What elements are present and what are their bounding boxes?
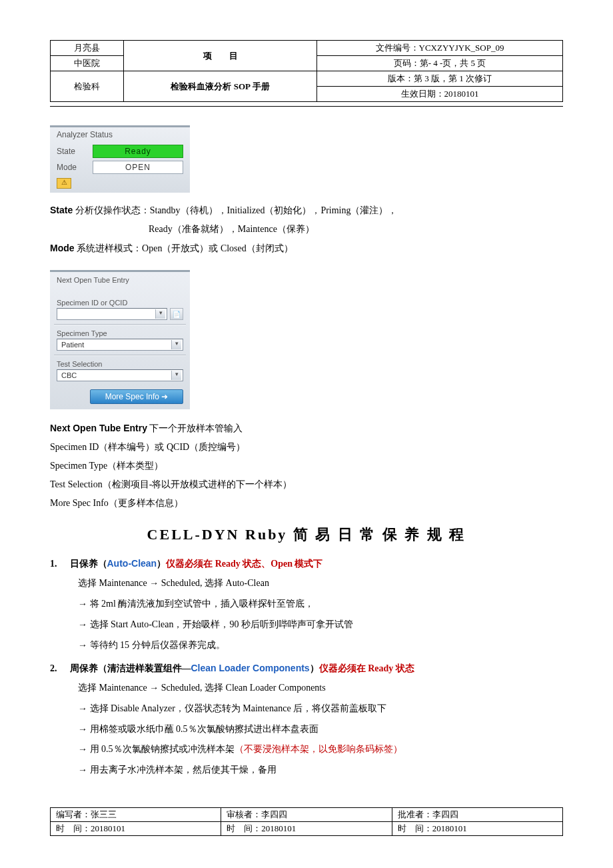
note-rest: 下一个开放样本管输入 (147, 423, 243, 433)
more-spec-info-button[interactable]: More Spec Info ➜ (90, 389, 183, 404)
p2-s1: 选择 Maintenance → Scheduled, 选择 Clean Loa… (78, 678, 563, 699)
org-line2: 中医院 (51, 56, 124, 71)
author-time: 时 间：20180101 (51, 822, 221, 836)
warning-icon[interactable]: ⚠ (57, 178, 71, 189)
author-label: 编写者：张三三 (51, 808, 221, 822)
approver-label: 批准者：李四四 (392, 808, 562, 822)
specimen-type-select[interactable]: Patient (57, 339, 183, 351)
arrow-right-icon: ➜ (161, 392, 168, 401)
specimen-id-input[interactable] (57, 308, 167, 320)
doc-footer-table: 编写者：张三三 审核者：李四四 批准者：李四四 时 间：20180101 时 间… (50, 807, 563, 836)
procedure-item-2: 周保养（清洁进样装置组件—Clean Loader Components）仪器必… (50, 659, 563, 781)
effective-date: 生效日期：20180101 (317, 87, 563, 102)
procedure-list: 日保养（Auto-Clean）仪器必须在 Ready 状态、Open 模式下 选… (50, 554, 563, 781)
analyzer-status-title: Analyzer Status (50, 127, 190, 143)
mode-row: Mode OPEN (50, 159, 190, 175)
mode-label: Mode (57, 163, 86, 172)
state-label: State (57, 147, 86, 156)
p1-s3: → 选择 Start Auto-Clean，开始吸样，90 秒后听到哔哔声可拿开… (78, 615, 563, 635)
manual-title: 检验科血液分析 SOP 手册 (124, 71, 317, 102)
note-l2: Specimen ID（样本编号）或 QCID（质控编号） (50, 438, 563, 457)
note-l5: More Spec Info（更多样本信息） (50, 494, 563, 513)
lookup-icon[interactable]: 📄 (170, 308, 183, 320)
department: 检验科 (51, 71, 124, 102)
panel2-description: Next Open Tube Entry 下一个开放样本管输入 Specimen… (50, 419, 563, 513)
main-title: CELL-DYN Ruby 简 易 日 常 保 养 规 程 (50, 525, 563, 545)
state-desc-line2: Ready（准备就绪），Maintence（保养） (50, 220, 563, 239)
analyzer-status-panel: Analyzer Status State Ready Mode OPEN ⚠ (50, 125, 190, 193)
state-desc-line1-v: 分析仪操作状态：Standby（待机），Initialized（初始化），Pri… (75, 205, 398, 215)
procedure-item-1: 日保养（Auto-Clean）仪器必须在 Ready 状态、Open 模式下 选… (50, 554, 563, 656)
reviewer-time: 时 间：20180101 (221, 822, 392, 836)
state-value: Ready (93, 145, 183, 158)
doc-number: 文件编号：YCXZYYJYK_SOP_09 (317, 41, 563, 56)
specimen-type-label: Specimen Type (50, 325, 190, 339)
p2-s2: → 选择 Disable Analyzer，仪器状态转为 Maintenance… (78, 699, 563, 719)
state-description: State State 分析仪操作状态：Standby（待机），Initiali… (50, 201, 563, 258)
test-selection-select[interactable]: CBC (57, 369, 183, 381)
mode-value: OPEN (93, 161, 183, 174)
note-l3: Specimen Type（样本类型） (50, 457, 563, 475)
test-selection-label: Test Selection (50, 356, 190, 369)
specimen-id-label: Specimen ID or QCID (50, 295, 190, 308)
p1-s4: → 等待约 15 分钟后仪器保养完成。 (78, 635, 563, 656)
p2-s5: → 用去离子水冲洗样本架，然后使其干燥，备用 (78, 760, 563, 781)
note-l4: Test Selection（检测项目-将以开放模式进样的下一个样本） (50, 475, 563, 494)
version: 版本：第 3 版，第 1 次修订 (317, 71, 563, 87)
mode-desc-line: 系统进样模式：Open（开放式）或 Closed（封闭式） (77, 243, 293, 253)
note-bold: Next Open Tube Entry (50, 423, 147, 433)
p1-s2: → 将 2ml 酶清洗液加到空试管中，插入吸样探针至管底， (78, 594, 563, 615)
reviewer-label: 审核者：李四四 (221, 808, 392, 822)
org-line1: 月亮县 (51, 41, 124, 56)
state-row: State Ready (50, 143, 190, 159)
next-open-tube-panel: Next Open Tube Entry Specimen ID or QCID… (50, 270, 190, 409)
p2-s3: → 用棉签或吸水纸巾蘸 0.5％次氯酸钠擦拭进出样本盘表面 (78, 719, 563, 740)
p1-s1: 选择 Maintenance → Scheduled, 选择 Auto-Clea… (78, 573, 563, 594)
approver-time: 时 间：20180101 (392, 822, 562, 836)
p2-s4: → 用 0.5％次氯酸钠擦拭或冲洗样本架（不要浸泡样本架，以免影响条码标签） (78, 739, 563, 760)
doc-header-table: 月亮县 项 目 文件编号：YCXZYYJYK_SOP_09 中医院 页码：第- … (50, 40, 563, 102)
panel2-title: Next Open Tube Entry (50, 272, 190, 285)
page-code: 页码：第- 4 -页，共 5 页 (317, 56, 563, 71)
project-label: 项 目 (124, 41, 317, 71)
